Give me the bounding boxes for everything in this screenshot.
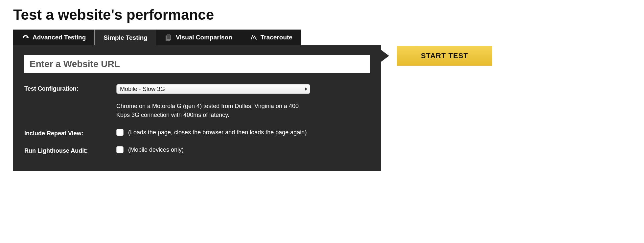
tab-visual-comparison[interactable]: Visual Comparison	[156, 30, 241, 45]
repeat-view-note: (Loads the page, closes the browser and …	[128, 129, 307, 136]
tab-traceroute[interactable]: Traceroute	[241, 30, 301, 45]
tab-simple-testing[interactable]: Simple Testing	[95, 30, 156, 45]
repeat-view-row: (Loads the page, closes the browser and …	[116, 129, 370, 136]
route-icon	[250, 34, 257, 41]
pages-icon	[165, 34, 172, 41]
lighthouse-note: (Mobile devices only)	[128, 146, 184, 153]
repeat-view-checkbox[interactable]	[116, 129, 124, 136]
simple-testing-panel: Test Configuration: Mobile - Slow 3G ▲▼ …	[13, 45, 381, 171]
tab-label: Traceroute	[261, 34, 292, 41]
tabs-bar: Advanced Testing Simple Testing Visual C…	[13, 30, 381, 45]
gauge-icon	[22, 34, 29, 41]
test-configuration-select[interactable]: Mobile - Slow 3G	[116, 84, 310, 94]
config-grid: Test Configuration: Mobile - Slow 3G ▲▼ …	[24, 84, 370, 154]
lighthouse-row: (Mobile devices only)	[116, 146, 370, 153]
url-input[interactable]	[24, 55, 370, 73]
repeat-view-label: Include Repeat View:	[24, 129, 113, 137]
start-test-button[interactable]: START TEST	[397, 46, 492, 66]
config-select-wrap: Mobile - Slow 3G ▲▼	[116, 84, 310, 94]
arrow-connector-icon	[381, 50, 389, 62]
page-title: Test a website's performance	[13, 7, 631, 23]
tab-label: Simple Testing	[104, 34, 148, 41]
left-column: Advanced Testing Simple Testing Visual C…	[13, 30, 381, 171]
tab-label: Advanced Testing	[33, 34, 86, 41]
tab-label: Visual Comparison	[176, 34, 232, 41]
tab-advanced-testing[interactable]: Advanced Testing	[13, 30, 95, 45]
lighthouse-checkbox[interactable]	[116, 146, 124, 153]
main-row: Advanced Testing Simple Testing Visual C…	[13, 30, 631, 171]
lighthouse-label: Run Lighthouse Audit:	[24, 146, 113, 154]
test-configuration-cell: Mobile - Slow 3G ▲▼ Chrome on a Motorola…	[116, 84, 370, 120]
test-configuration-label: Test Configuration:	[24, 84, 113, 92]
test-configuration-description: Chrome on a Motorola G (gen 4) tested fr…	[116, 102, 310, 120]
